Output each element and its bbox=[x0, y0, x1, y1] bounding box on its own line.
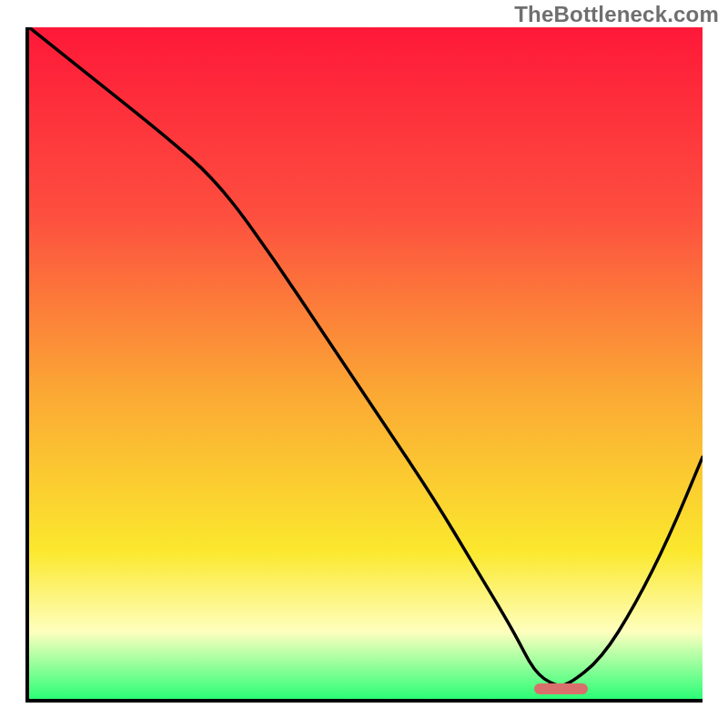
gradient-background bbox=[29, 27, 703, 699]
optimal-marker bbox=[534, 683, 588, 694]
watermark-text: TheBottleneck.com bbox=[514, 2, 719, 27]
chart-svg bbox=[29, 27, 703, 699]
chart-frame: TheBottleneck.com bbox=[0, 0, 728, 728]
plot-area bbox=[25, 27, 703, 703]
